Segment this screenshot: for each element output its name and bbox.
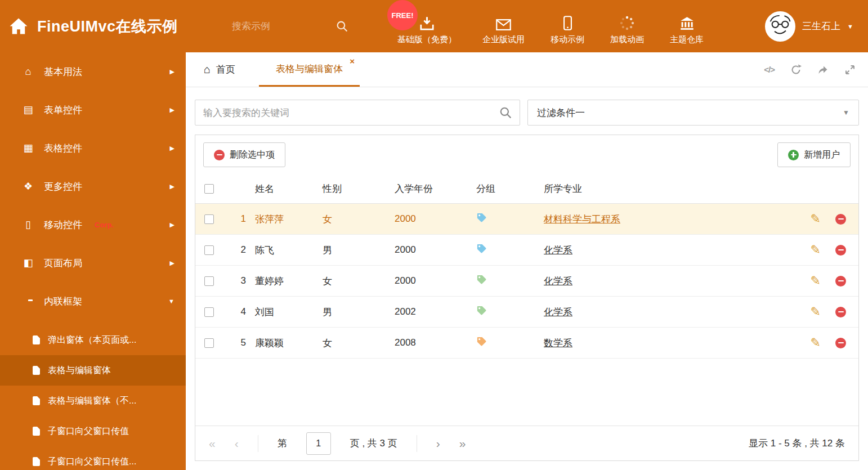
shapes-icon: ❖ bbox=[21, 180, 35, 193]
top-search[interactable]: 搜索示例 bbox=[232, 20, 354, 33]
page-number-input[interactable] bbox=[306, 432, 331, 455]
sidebar-subitem-child-to-parent-2[interactable]: 子窗口向父窗口传值... bbox=[0, 446, 186, 470]
refresh-icon[interactable] bbox=[790, 64, 802, 75]
cell-year: 2000 bbox=[395, 275, 476, 287]
delete-row-icon[interactable] bbox=[835, 214, 846, 225]
edit-pencil-icon[interactable]: ✎ bbox=[811, 213, 821, 225]
cell-year: 2008 bbox=[395, 337, 476, 348]
table-row: 3 董婷婷 女 2000 化学系 ✎ bbox=[195, 266, 858, 297]
cell-gender: 女 bbox=[323, 337, 395, 350]
sidebar-subitem-popup-window[interactable]: 弹出窗体（本页面或... bbox=[0, 325, 186, 355]
page-suffix: 页 , 共 3 页 bbox=[350, 437, 397, 450]
keyword-search-input[interactable]: 输入要搜索的关键词 bbox=[195, 100, 520, 126]
column-header-gender: 性别 bbox=[323, 182, 395, 195]
chevron-down-icon: ▼ bbox=[168, 298, 175, 305]
sidebar-subitem-grid-edit-window[interactable]: 表格与编辑窗体 bbox=[0, 355, 186, 386]
home-icon: ⌂ bbox=[204, 63, 211, 76]
sidebar-item-mobile-controls[interactable]: ▯ 移动控件 Corp. ▶ bbox=[0, 205, 186, 244]
tab-grid-edit-window[interactable]: 表格与编辑窗体 × bbox=[259, 52, 360, 87]
edit-pencil-icon[interactable]: ✎ bbox=[811, 337, 821, 349]
chevron-right-icon: ▶ bbox=[170, 259, 175, 267]
file-icon bbox=[33, 457, 40, 466]
download-icon bbox=[419, 14, 435, 30]
delete-row-icon[interactable] bbox=[835, 338, 846, 348]
main-content: ⌂ 首页 表格与编辑窗体 × </> bbox=[186, 52, 868, 470]
share-icon[interactable] bbox=[817, 64, 829, 75]
row-checkbox[interactable] bbox=[204, 276, 214, 286]
table-header-row: 姓名 性别 入学年份 分组 所学专业 bbox=[195, 174, 858, 204]
nav-item-theme-repo[interactable]: 主题仓库 bbox=[670, 14, 704, 45]
sidebar-subitem-grid-edit-window-2[interactable]: 表格与编辑窗体（不... bbox=[0, 386, 186, 416]
cell-gender: 女 bbox=[323, 213, 395, 226]
edit-pencil-icon[interactable]: ✎ bbox=[811, 244, 821, 256]
major-link[interactable]: 化学系 bbox=[544, 307, 572, 317]
cell-name: 康颖颖 bbox=[255, 337, 323, 350]
filter-dropdown[interactable]: 过滤条件一 ▼ bbox=[527, 100, 859, 126]
table-row: 2 陈飞 男 2000 化学系 ✎ bbox=[195, 235, 858, 266]
sidebar-item-page-layout[interactable]: ◧ 页面布局 ▶ bbox=[0, 244, 186, 282]
delete-row-icon[interactable] bbox=[835, 307, 846, 317]
edit-pencil-icon[interactable]: ✎ bbox=[811, 306, 821, 318]
prev-page-icon[interactable]: ‹ bbox=[235, 437, 239, 449]
nav-item-mobile-demo[interactable]: 移动示例 bbox=[551, 14, 584, 45]
select-all-checkbox[interactable] bbox=[204, 184, 214, 194]
divider bbox=[258, 435, 258, 452]
tab-home[interactable]: ⌂ 首页 bbox=[195, 52, 244, 87]
sidebar-item-iframe[interactable]: 内联框架 ▼ bbox=[0, 282, 186, 320]
major-link[interactable]: 材料科学与工程系 bbox=[544, 214, 620, 225]
page-prefix: 第 bbox=[278, 437, 287, 450]
table-row: 1 张萍萍 女 2000 材料科学与工程系 ✎ bbox=[195, 204, 858, 235]
file-icon bbox=[33, 335, 40, 344]
divider bbox=[417, 435, 417, 452]
sidebar-item-label: 移动控件 bbox=[44, 218, 82, 231]
last-page-icon[interactable]: » bbox=[459, 437, 466, 449]
major-link[interactable]: 数学系 bbox=[544, 338, 572, 348]
column-header-major: 所学专业 bbox=[544, 182, 790, 195]
tab-strip: ⌂ 首页 表格与编辑窗体 × </> bbox=[186, 52, 868, 87]
delete-row-icon[interactable] bbox=[835, 245, 846, 256]
sidebar-item-grid-controls[interactable]: ▦ 表格控件 ▶ bbox=[0, 129, 186, 167]
major-link[interactable]: 化学系 bbox=[544, 276, 572, 287]
add-user-button[interactable]: 新增用户 bbox=[777, 142, 851, 167]
row-checkbox[interactable] bbox=[204, 338, 214, 348]
tab-close-icon[interactable]: × bbox=[350, 56, 355, 66]
nav-item-loading-demo[interactable]: 加载动画 bbox=[610, 14, 644, 45]
sidebar-item-basic-usage[interactable]: ⌂ 基本用法 ▶ bbox=[0, 52, 186, 91]
cell-year: 2000 bbox=[395, 244, 476, 256]
edit-pencil-icon[interactable]: ✎ bbox=[811, 275, 821, 287]
cell-gender: 男 bbox=[323, 306, 395, 319]
row-number: 2 bbox=[228, 244, 255, 256]
sidebar-subitem-child-to-parent[interactable]: 子窗口向父窗口传值 bbox=[0, 416, 186, 446]
search-icon[interactable] bbox=[499, 106, 512, 119]
row-checkbox[interactable] bbox=[204, 245, 214, 255]
next-page-icon[interactable]: › bbox=[436, 437, 440, 449]
delete-row-icon[interactable] bbox=[835, 276, 846, 287]
major-link[interactable]: 化学系 bbox=[544, 245, 572, 256]
first-page-icon[interactable]: « bbox=[209, 437, 216, 449]
home-icon: ⌂ bbox=[21, 66, 35, 78]
table-icon: ▦ bbox=[21, 142, 35, 154]
row-number: 5 bbox=[228, 337, 255, 348]
sidebar-subitem-label: 子窗口向父窗口传值 bbox=[48, 426, 129, 437]
table-row: 4 刘国 男 2002 化学系 ✎ bbox=[195, 297, 858, 328]
cell-name: 陈飞 bbox=[255, 244, 323, 257]
expand-icon[interactable] bbox=[844, 64, 856, 75]
sidebar-item-form-controls[interactable]: ▤ 表单控件 ▶ bbox=[0, 91, 186, 129]
sidebar-item-label: 内联框架 bbox=[44, 295, 82, 308]
sidebar: ⌂ 基本用法 ▶ ▤ 表单控件 ▶ ▦ 表格控件 ▶ ❖ 更多控件 ▶ ▯ 移动… bbox=[0, 52, 186, 470]
tab-label: 首页 bbox=[216, 63, 235, 76]
app-title: FineUIMvc在线示例 bbox=[37, 16, 178, 37]
row-checkbox[interactable] bbox=[204, 214, 214, 224]
nav-item-enterprise-trial[interactable]: 企业版试用 bbox=[482, 14, 525, 45]
delete-selected-button[interactable]: 删除选中项 bbox=[203, 142, 285, 167]
row-checkbox[interactable] bbox=[204, 307, 214, 317]
chevron-right-icon: ▶ bbox=[170, 106, 175, 114]
source-code-icon[interactable]: </> bbox=[764, 65, 775, 74]
sidebar-subitem-label: 弹出窗体（本页面或... bbox=[48, 334, 136, 346]
chevron-down-icon: ▼ bbox=[843, 109, 849, 117]
user-menu[interactable]: 三生石上 ▼ bbox=[765, 11, 868, 42]
sidebar-item-more-controls[interactable]: ❖ 更多控件 ▶ bbox=[0, 167, 186, 205]
nav-label: 企业版试用 bbox=[482, 34, 525, 45]
row-number: 1 bbox=[228, 213, 255, 225]
app-logo[interactable]: FineUIMvc在线示例 bbox=[0, 16, 232, 37]
